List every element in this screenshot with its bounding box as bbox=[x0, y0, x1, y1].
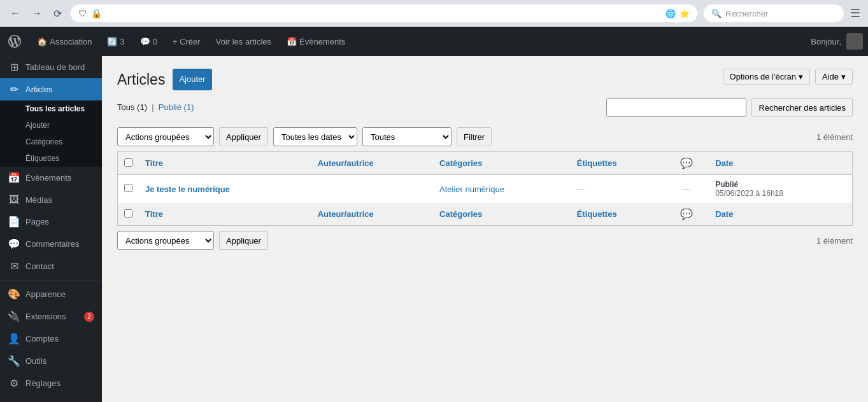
wp-logo[interactable] bbox=[0, 27, 29, 56]
comments-icon: 💬 bbox=[140, 37, 150, 46]
filter-links: Tous (1) | Publié (1) bbox=[117, 102, 194, 112]
row-title-link[interactable]: Je teste le numérique bbox=[145, 184, 230, 194]
row-checkbox[interactable] bbox=[124, 184, 132, 192]
filter-publie-link[interactable]: Publié (1) bbox=[159, 102, 194, 112]
wp-main: Articles Ajouter Options de l'écran ▾ Ai… bbox=[102, 56, 868, 402]
table-footer-etiquettes[interactable]: Étiquettes bbox=[571, 203, 664, 226]
screen-options-label: Options de l'écran bbox=[730, 72, 796, 81]
row-comments-value: — bbox=[682, 184, 690, 194]
table-footer-comments[interactable]: 💬 bbox=[664, 203, 709, 226]
row-category-link[interactable]: Atelier numérique bbox=[439, 184, 504, 194]
medias-icon: 🖼 bbox=[8, 194, 20, 205]
extensions-icon: 🔌 bbox=[8, 310, 20, 322]
table-footer-title[interactable]: Titre bbox=[139, 203, 311, 226]
table-header-categories[interactable]: Catégories bbox=[433, 152, 571, 175]
table-footer-author[interactable]: Auteur/autrice bbox=[311, 203, 433, 226]
shield-icon: 🛡 bbox=[78, 8, 87, 18]
browser-search-bar[interactable]: 🔍 Rechercher bbox=[704, 4, 844, 22]
sidebar-sub-categories[interactable]: Catégories bbox=[0, 134, 102, 150]
sidebar-item-comptes[interactable]: 👤 Comptes bbox=[0, 328, 102, 350]
sidebar-sub-categories-label: Catégories bbox=[25, 137, 62, 146]
table-header-title[interactable]: Titre bbox=[139, 152, 311, 175]
select-all-checkbox[interactable] bbox=[124, 158, 132, 167]
sidebar-tableau-de-bord-label: Tableau de bord bbox=[25, 62, 85, 72]
updates-icon: 🔄 bbox=[107, 37, 117, 46]
filtrer-button[interactable]: Filtrer bbox=[457, 127, 492, 146]
screen-options-button[interactable]: Options de l'écran ▾ bbox=[723, 69, 810, 85]
forward-button[interactable]: → bbox=[29, 5, 45, 22]
main-top-bar: Articles Ajouter Options de l'écran ▾ Ai… bbox=[117, 69, 853, 90]
articles-table: Titre Auteur/autrice Catégories Étiquett… bbox=[117, 151, 853, 226]
articles-icon: ✏ bbox=[8, 83, 20, 95]
admin-bar-view-articles[interactable]: Voir les articles bbox=[208, 27, 279, 56]
table-header-comments[interactable]: 💬 bbox=[664, 152, 709, 175]
wp-sidebar: ⊞ Tableau de bord ✏ Articles Tous les ar… bbox=[0, 56, 102, 402]
sidebar-sub-ajouter[interactable]: Ajouter bbox=[0, 117, 102, 134]
top-bar-right: Options de l'écran ▾ Aide ▾ bbox=[723, 69, 853, 85]
row-date-value: 05/06/2023 à 16h18 bbox=[715, 189, 846, 198]
sidebar-item-outils[interactable]: 🔧 Outils bbox=[0, 350, 102, 372]
select-all-checkbox-bottom[interactable] bbox=[124, 209, 132, 218]
sidebar-item-articles[interactable]: ✏ Articles bbox=[0, 78, 102, 100]
bulk-action-bar-top: Actions groupées Modifier Mettre à la co… bbox=[117, 127, 853, 146]
address-star-icon: 🌐 bbox=[665, 9, 676, 18]
appliquer-button-top[interactable]: Appliquer bbox=[219, 127, 268, 146]
commentaires-icon: 💬 bbox=[8, 238, 20, 250]
table-footer-categories[interactable]: Catégories bbox=[433, 203, 571, 226]
user-avatar[interactable] bbox=[846, 33, 863, 50]
admin-bar-site[interactable]: 🏠 Association bbox=[29, 27, 99, 56]
count-bottom: 1 élément bbox=[816, 236, 853, 246]
sidebar-item-apparence[interactable]: 🎨 Apparence bbox=[0, 283, 102, 305]
sidebar-item-contact[interactable]: ✉ Contact bbox=[0, 255, 102, 277]
refresh-button[interactable]: ⟳ bbox=[51, 5, 64, 22]
sidebar-commentaires-label: Commentaires bbox=[25, 239, 80, 249]
back-button[interactable]: ← bbox=[8, 5, 23, 22]
view-articles-label: Voir les articles bbox=[216, 37, 271, 46]
sidebar-item-evenements[interactable]: 📅 Évènements bbox=[0, 167, 102, 189]
browser-menu-button[interactable]: ☰ bbox=[850, 6, 860, 20]
filter-category-select[interactable]: Toutes Atelier numérique bbox=[362, 127, 452, 146]
table-header: Titre Auteur/autrice Catégories Étiquett… bbox=[118, 152, 853, 175]
sidebar-item-commentaires[interactable]: 💬 Commentaires bbox=[0, 233, 102, 255]
table-footer-date[interactable]: Date bbox=[709, 203, 852, 226]
sidebar-item-pages[interactable]: 📄 Pages bbox=[0, 211, 102, 233]
sidebar-evenements-label: Évènements bbox=[25, 173, 71, 183]
row-checkbox-cell bbox=[118, 175, 139, 204]
sidebar-item-tableau-de-bord[interactable]: ⊞ Tableau de bord bbox=[0, 56, 102, 78]
admin-bar-comments[interactable]: 💬 0 bbox=[132, 27, 165, 56]
table-footer-cb bbox=[118, 203, 139, 226]
add-button[interactable]: Ajouter bbox=[173, 69, 211, 90]
table-body: Je teste le numérique Atelier numérique … bbox=[118, 175, 853, 204]
sidebar-sub-etiquettes[interactable]: Étiquettes bbox=[0, 150, 102, 167]
table-header-author[interactable]: Auteur/autrice bbox=[311, 152, 433, 175]
bulk-actions-select-bottom[interactable]: Actions groupées Modifier Mettre à la co… bbox=[117, 231, 214, 250]
search-articles-button[interactable]: Rechercher des articles bbox=[751, 98, 853, 117]
sidebar-item-reglages[interactable]: ⚙ Réglages bbox=[0, 372, 102, 394]
bulk-actions-select-top[interactable]: Actions groupées Modifier Mettre à la co… bbox=[117, 127, 214, 146]
filter-date-select[interactable]: Toutes les dates juin 2023 bbox=[273, 127, 357, 146]
sidebar-item-extensions[interactable]: 🔌 Extensions 2 bbox=[0, 305, 102, 328]
dashboard-icon: ⊞ bbox=[8, 61, 20, 73]
sidebar-articles-label: Articles bbox=[25, 85, 53, 94]
sidebar-item-medias[interactable]: 🖼 Médias bbox=[0, 189, 102, 211]
bulk-action-left-bottom: Actions groupées Modifier Mettre à la co… bbox=[117, 231, 268, 250]
events-icon: 📅 bbox=[287, 37, 297, 46]
home-icon: 🏠 bbox=[37, 37, 47, 46]
appliquer-button-bottom[interactable]: Appliquer bbox=[219, 231, 268, 250]
admin-bar-updates[interactable]: 🔄 3 bbox=[99, 27, 132, 56]
sidebar-reglages-label: Réglages bbox=[25, 378, 60, 388]
pages-icon: 📄 bbox=[8, 216, 20, 228]
table-header-etiquettes[interactable]: Étiquettes bbox=[571, 152, 664, 175]
sidebar-sub-tous-articles[interactable]: Tous les articles bbox=[0, 100, 102, 117]
row-categories-cell: Atelier numérique bbox=[433, 175, 571, 204]
row-date-cell: Publié 05/06/2023 à 16h18 bbox=[709, 175, 852, 204]
filter-tous-link[interactable]: Tous (1) bbox=[117, 102, 150, 112]
address-bar[interactable]: 🛡 🔒 🌐 ⭐ bbox=[71, 4, 697, 22]
admin-bar-events[interactable]: 📅 Évènements bbox=[279, 27, 353, 56]
aide-button[interactable]: Aide ▾ bbox=[815, 69, 853, 85]
search-articles-input[interactable] bbox=[606, 98, 746, 117]
admin-bar-create[interactable]: + Créer bbox=[165, 27, 208, 56]
comments-footer-icon: 💬 bbox=[680, 209, 693, 219]
table-header-date[interactable]: Date bbox=[709, 152, 852, 175]
sidebar-sub-ajouter-label: Ajouter bbox=[25, 121, 50, 130]
